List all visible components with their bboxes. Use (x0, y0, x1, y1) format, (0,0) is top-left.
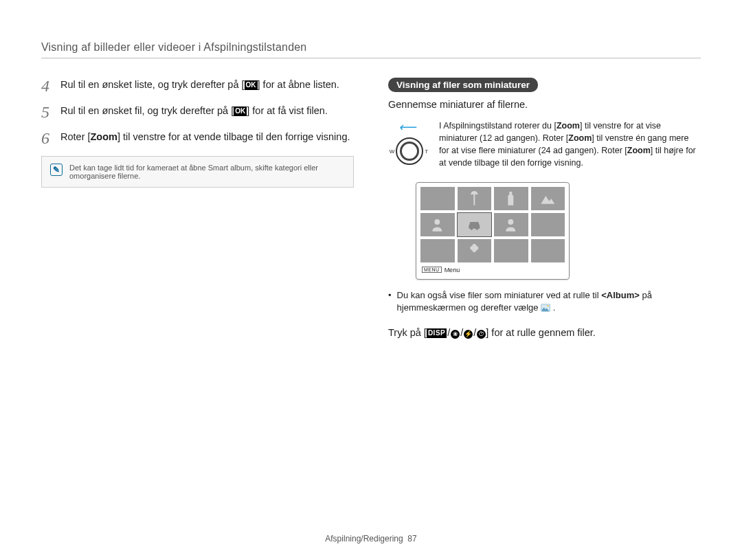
thumbnail-menu-bar: MENU Menu (420, 265, 565, 275)
t-label: T (425, 148, 428, 155)
step-text: Rul til en ønsket fil, og tryk derefter … (60, 104, 328, 120)
bottle-icon (499, 190, 523, 207)
footer-section: Afspilning/Redigering (325, 534, 403, 544)
note-text: Det kan tage lidt tid for kameraet at åb… (69, 164, 345, 180)
text-part: ] for at åbne listen. (258, 79, 339, 90)
section-subtitle: Gennemse miniaturer af filerne. (388, 99, 701, 110)
step-6: 6 Roter [Zoom] til venstre for at vende … (41, 130, 354, 146)
bullet-tip: • Du kan også vise filer som miniaturer … (388, 289, 701, 315)
flower-icon (462, 243, 486, 259)
right-column: Visning af filer som miniaturer Gennemse… (388, 78, 701, 339)
section-badge: Visning af filer som miniaturer (388, 78, 538, 92)
text-part: ] for at rulle gennem filer. (486, 327, 596, 338)
zoom-label: Zoom (568, 133, 592, 143)
separator: / (460, 327, 463, 338)
thumb-cell (458, 187, 492, 210)
note-box: ✎ Det kan tage lidt tid for kameraet at … (41, 156, 354, 188)
mountain-icon (536, 190, 560, 207)
text-part: Roter [ (60, 131, 91, 142)
step-number: 6 (41, 130, 54, 146)
text-part: I Afspilningstilstand roterer du [ (439, 121, 556, 131)
timer-icon: ⏱ (477, 330, 486, 339)
thumb-cell (458, 239, 492, 262)
car-icon (462, 216, 486, 233)
text-part: Rul til en ønsket fil, og tryk derefter … (60, 105, 234, 116)
text-part: Rul til en ønsket liste, og tryk derefte… (60, 79, 245, 90)
thumb-cell-selected (458, 213, 492, 236)
thumbnail-grid (420, 187, 565, 262)
zoom-label: Zoom (91, 131, 117, 142)
thumb-cell (531, 239, 565, 262)
footer-page-number: 87 (407, 534, 416, 544)
separator: / (473, 327, 476, 338)
silhouette-icon (499, 216, 523, 233)
text-part: ] til venstre for at vende tilbage til d… (117, 131, 350, 142)
two-column-layout: 4 Rul til en ønsket liste, og tryk deref… (41, 78, 701, 339)
bullet-text: Du kan også vise filer som miniaturer ve… (397, 289, 701, 315)
thumb-cell (494, 187, 528, 210)
thumb-cell (494, 239, 528, 262)
zoom-info-row: ⟵ W T I Afspilningstilstand roterer du [… (388, 120, 701, 170)
silhouette-icon (425, 216, 449, 233)
ok-icon: OK (245, 80, 258, 90)
menu-label: Menu (445, 267, 460, 273)
rotate-left-arrow-icon: ⟵ (398, 120, 420, 135)
breadcrumb-title: Visning af billeder eller videoer i Afsp… (41, 41, 701, 58)
left-column: 4 Rul til en ønsket liste, og tryk deref… (41, 78, 354, 339)
flash-icon: ⚡ (464, 330, 473, 339)
thumb-cell (531, 213, 565, 236)
text-part: Tryk på [ (388, 327, 427, 338)
menu-chip-icon: MENU (422, 267, 442, 273)
macro-icon: ❀ (451, 330, 460, 339)
ok-icon: OK (234, 107, 247, 116)
thumb-cell (531, 187, 565, 210)
bullet-dot: • (388, 289, 392, 315)
page-footer: Afspilning/Redigering 87 (0, 534, 742, 544)
text-part: ] for at få vist filen. (247, 105, 328, 116)
step-4: 4 Rul til en ønsket liste, og tryk deref… (41, 78, 354, 94)
album-thumb-icon (541, 304, 550, 312)
step-number: 5 (41, 104, 54, 120)
zoom-info-text: I Afspilningstilstand roterer du [Zoom] … (439, 120, 701, 170)
dial-icon (396, 137, 423, 165)
zoom-label: Zoom (556, 121, 580, 131)
scroll-instruction: Tryk på [DISP/❀/⚡/⏱] for at rulle gennem… (388, 327, 701, 339)
step-5: 5 Rul til en ønsket fil, og tryk derefte… (41, 104, 354, 120)
w-label: W (390, 148, 395, 155)
zoom-dial-illustration: ⟵ W T (388, 120, 429, 165)
separator: / (447, 327, 450, 338)
step-text: Rul til en ønsket liste, og tryk derefte… (60, 78, 339, 94)
step-number: 4 (41, 78, 54, 94)
thumbnail-preview: MENU Menu (416, 182, 570, 280)
album-label: <Album> (601, 290, 640, 300)
thumb-cell (420, 239, 455, 262)
text-part: Du kan også vise filer som miniaturer ve… (397, 290, 602, 300)
palm-tree-icon (462, 190, 486, 207)
note-icon: ✎ (50, 164, 63, 176)
disp-icon: DISP (427, 328, 447, 338)
zoom-label: Zoom (627, 146, 651, 155)
thumb-cell (420, 187, 455, 210)
thumb-cell (494, 213, 528, 236)
thumb-cell (420, 213, 455, 236)
step-text: Roter [Zoom] til venstre for at vende ti… (60, 130, 350, 146)
svg-point-1 (547, 305, 548, 306)
